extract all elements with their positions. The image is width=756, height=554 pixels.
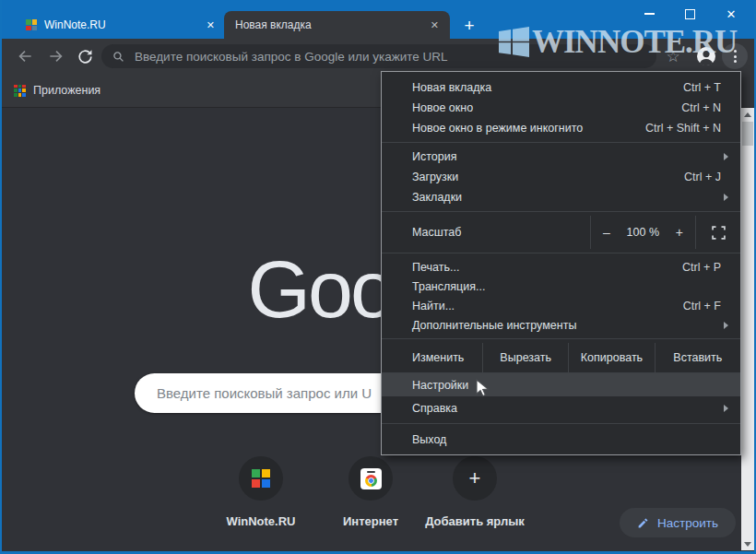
zoom-value: 100 % xyxy=(627,226,659,239)
shortcut-hint: Ctrl + T xyxy=(683,81,728,94)
menu-item-more-tools[interactable]: Дополнительные инструменты xyxy=(382,315,740,335)
shortcut-winnote[interactable]: WinNote.RU xyxy=(208,456,313,528)
menu-separator xyxy=(382,338,740,339)
zoom-label: Масштаб xyxy=(382,216,590,249)
scrollbar-thumb[interactable] xyxy=(742,122,753,146)
menu-item-bookmarks[interactable]: Закладки xyxy=(382,187,740,207)
maximize-icon xyxy=(685,9,695,19)
browser-menu: Новая вкладка Ctrl + T Новое окно Ctrl +… xyxy=(381,71,741,455)
star-icon: ☆ xyxy=(666,47,679,65)
close-window-button[interactable]: ✕ xyxy=(711,0,751,28)
zoom-out-button[interactable]: – xyxy=(603,225,610,240)
arrow-up-icon xyxy=(744,112,751,117)
new-tab-button[interactable]: + xyxy=(457,14,481,38)
submenu-arrow-icon xyxy=(724,153,728,160)
avatar-icon xyxy=(695,45,717,67)
webstore-icon xyxy=(360,468,382,489)
url-input[interactable] xyxy=(133,49,645,65)
shortcut-hint: Ctrl + N xyxy=(681,101,728,114)
menu-item-new-tab[interactable]: Новая вкладка Ctrl + T xyxy=(382,77,740,98)
shortcut-label: WinNote.RU xyxy=(208,514,313,528)
menu-item-downloads[interactable]: Загрузки Ctrl + J xyxy=(382,167,740,187)
shortcut-label: Добавить ярлык xyxy=(422,514,527,528)
zoom-in-button[interactable]: + xyxy=(676,225,683,240)
search-icon xyxy=(112,51,124,63)
copy-button[interactable]: Копировать xyxy=(568,343,654,372)
submenu-arrow-icon xyxy=(724,405,728,412)
menu-item-incognito[interactable]: Новое окно в режиме инкогнито Ctrl + Shi… xyxy=(382,118,740,138)
shortcut-tile-circle xyxy=(348,456,393,501)
reload-button[interactable] xyxy=(74,45,96,67)
fullscreen-button[interactable] xyxy=(696,216,740,249)
profile-avatar-button[interactable] xyxy=(695,45,717,67)
ntp-search-placeholder: Введите поисковый запрос или U xyxy=(157,385,372,401)
arrow-down-icon xyxy=(744,542,751,547)
shortcut-tile-circle: + xyxy=(453,456,497,501)
browser-menu-button[interactable] xyxy=(722,43,748,69)
menu-item-help[interactable]: Справка xyxy=(382,396,740,419)
fullscreen-icon xyxy=(712,226,726,240)
tab-close-icon[interactable]: ✕ xyxy=(207,20,215,30)
omnibox[interactable] xyxy=(101,44,656,68)
cut-button[interactable]: Вырезать xyxy=(482,343,568,372)
scroll-down-button[interactable] xyxy=(741,537,754,550)
menu-separator xyxy=(382,142,740,143)
minimize-icon xyxy=(644,13,655,15)
maximize-button[interactable] xyxy=(669,0,710,28)
menu-separator xyxy=(382,423,740,424)
add-shortcut-button[interactable]: + Добавить ярлык xyxy=(422,456,527,528)
forward-arrow-icon xyxy=(47,47,65,65)
pencil-icon xyxy=(637,517,649,529)
shortcut-hint: Ctrl + F xyxy=(683,300,728,312)
menu-item-cast[interactable]: Трансляция... xyxy=(382,277,740,296)
submenu-arrow-icon xyxy=(724,194,728,201)
customize-label: Настроить xyxy=(657,516,718,530)
bookmark-star-button[interactable]: ☆ xyxy=(663,46,683,66)
tab-new-tab[interactable]: Новая вкладка ✕ xyxy=(224,11,450,39)
customize-button[interactable]: Настроить xyxy=(620,508,736,537)
plus-icon: + xyxy=(469,468,481,489)
forward-button[interactable] xyxy=(45,45,67,67)
paste-button[interactable]: Вставить xyxy=(655,343,740,372)
winnote-favicon-icon xyxy=(26,19,37,30)
menu-item-new-window[interactable]: Новое окно Ctrl + N xyxy=(382,98,740,118)
menu-zoom-row: Масштаб – 100 % + xyxy=(382,216,740,249)
menu-separator xyxy=(382,211,740,212)
menu-item-settings[interactable]: Настройки xyxy=(382,373,740,396)
tab-winnote[interactable]: WinNote.RU ✕ xyxy=(17,11,224,39)
shortcut-hint: Ctrl + J xyxy=(684,171,728,183)
shortcut-internet[interactable]: Интернет xyxy=(318,456,423,528)
winnote-logo-icon xyxy=(252,469,270,488)
close-icon: ✕ xyxy=(726,8,737,20)
scrollbar[interactable] xyxy=(741,108,754,550)
back-arrow-icon xyxy=(16,47,34,65)
tab-title: WinNote.RU xyxy=(44,18,207,31)
tab-title: Новая вкладка xyxy=(235,18,431,31)
menu-item-history[interactable]: История xyxy=(382,147,740,167)
minimize-button[interactable] xyxy=(629,0,669,28)
back-button[interactable] xyxy=(14,45,36,67)
submenu-arrow-icon xyxy=(724,322,728,329)
menu-separator xyxy=(382,253,740,253)
reload-icon xyxy=(77,48,94,65)
shortcut-hint: Ctrl + Shift + N xyxy=(645,122,728,135)
menu-item-exit[interactable]: Выход xyxy=(382,428,740,451)
apps-shortcut[interactable]: Приложения xyxy=(14,84,100,97)
apps-label: Приложения xyxy=(33,84,100,97)
menu-edit-row: Изменить Вырезать Копировать Вставить xyxy=(382,343,740,373)
apps-grid-icon xyxy=(14,85,26,97)
browser-window: WinNote.RU ✕ Новая вкладка ✕ + ✕ ☆ xyxy=(0,0,756,554)
shortcut-label: Интернет xyxy=(318,514,423,528)
scroll-up-button[interactable] xyxy=(741,108,754,121)
menu-item-print[interactable]: Печать... Ctrl + P xyxy=(382,257,740,277)
plus-icon: + xyxy=(464,16,474,36)
kebab-menu-icon xyxy=(734,50,737,53)
tab-close-icon[interactable]: ✕ xyxy=(431,20,439,30)
menu-item-find[interactable]: Найти... Ctrl + F xyxy=(382,296,740,315)
shortcut-hint: Ctrl + P xyxy=(682,261,728,274)
shortcut-tile-circle xyxy=(239,456,283,501)
edit-label: Изменить xyxy=(382,343,482,372)
